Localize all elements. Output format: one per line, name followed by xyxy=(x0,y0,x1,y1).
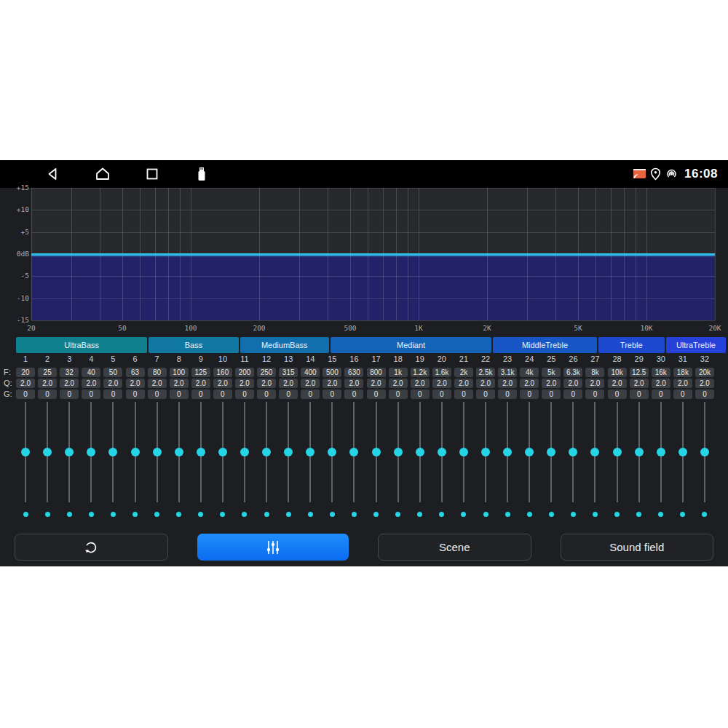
gain-value-box[interactable]: 0 xyxy=(301,389,320,399)
gain-slider[interactable] xyxy=(540,402,562,502)
gain-value-box[interactable]: 0 xyxy=(257,389,276,399)
freq-value-box[interactable]: 630 xyxy=(344,368,363,377)
slider-handle[interactable] xyxy=(525,448,534,456)
freq-value-box[interactable]: 10k xyxy=(608,368,627,377)
band-dot[interactable] xyxy=(286,512,291,517)
band-group-mediumbass[interactable]: MediumBass xyxy=(240,337,329,353)
gain-slider[interactable] xyxy=(212,402,234,502)
freq-value-box[interactable]: 40 xyxy=(82,368,100,377)
slider-handle[interactable] xyxy=(328,448,336,456)
freq-value-box[interactable]: 6.3k xyxy=(563,368,582,377)
band-dot[interactable] xyxy=(417,512,422,517)
q-value-box[interactable]: 2.0 xyxy=(563,379,582,388)
slider-handle[interactable] xyxy=(65,448,74,456)
q-value-box[interactable]: 2.0 xyxy=(301,379,320,388)
band-dot[interactable] xyxy=(111,512,116,517)
band-dot[interactable] xyxy=(45,512,50,517)
band-dot[interactable] xyxy=(614,512,620,517)
gain-slider[interactable] xyxy=(453,402,475,502)
band-dot[interactable] xyxy=(505,512,510,517)
freq-value-box[interactable]: 100 xyxy=(170,368,189,377)
slider-handle[interactable] xyxy=(372,448,381,456)
band-dot[interactable] xyxy=(330,512,335,517)
q-value-box[interactable]: 2.0 xyxy=(454,379,473,388)
band-dot[interactable] xyxy=(154,512,159,517)
band-group-ultratreble[interactable]: UltraTreble xyxy=(666,337,726,353)
q-value-box[interactable]: 2.0 xyxy=(389,379,408,388)
freq-value-box[interactable]: 400 xyxy=(301,368,320,377)
gain-slider[interactable] xyxy=(409,402,431,502)
gain-slider[interactable] xyxy=(299,402,321,502)
freq-value-box[interactable]: 4k xyxy=(520,368,539,377)
slider-handle[interactable] xyxy=(394,448,403,456)
slider-handle[interactable] xyxy=(262,448,271,456)
band-dot[interactable] xyxy=(67,512,72,517)
band-dot[interactable] xyxy=(439,512,444,517)
q-value-box[interactable]: 2.0 xyxy=(652,379,670,388)
band-dot[interactable] xyxy=(132,512,138,517)
q-value-box[interactable]: 2.0 xyxy=(126,379,145,388)
q-value-box[interactable]: 2.0 xyxy=(148,379,167,388)
equalizer-button[interactable] xyxy=(197,534,349,561)
q-value-box[interactable]: 2.0 xyxy=(103,379,122,388)
freq-value-box[interactable]: 125 xyxy=(191,368,210,377)
gain-slider[interactable] xyxy=(80,402,102,502)
gain-value-box[interactable]: 0 xyxy=(191,389,210,399)
gain-value-box[interactable]: 0 xyxy=(389,389,408,399)
slider-handle[interactable] xyxy=(306,448,314,456)
band-dot[interactable] xyxy=(264,512,269,517)
gain-value-box[interactable]: 0 xyxy=(279,389,298,399)
scene-button[interactable]: Scene xyxy=(378,534,531,561)
gain-slider[interactable] xyxy=(365,402,387,502)
gain-slider[interactable] xyxy=(146,402,168,502)
slider-handle[interactable] xyxy=(153,448,162,456)
freq-value-box[interactable]: 32 xyxy=(60,368,79,377)
gain-value-box[interactable]: 0 xyxy=(432,389,451,399)
gain-slider[interactable] xyxy=(387,402,409,502)
slider-handle[interactable] xyxy=(416,448,424,456)
slider-handle[interactable] xyxy=(700,448,709,456)
band-dot[interactable] xyxy=(198,512,203,517)
band-dot[interactable] xyxy=(373,512,379,517)
slider-handle[interactable] xyxy=(590,448,599,456)
slider-handle[interactable] xyxy=(43,448,52,456)
q-value-box[interactable]: 2.0 xyxy=(520,379,539,388)
q-value-box[interactable]: 2.0 xyxy=(411,379,430,388)
q-value-box[interactable]: 2.0 xyxy=(498,379,517,388)
freq-value-box[interactable]: 160 xyxy=(213,368,232,377)
q-value-box[interactable]: 2.0 xyxy=(213,379,232,388)
band-group-mediant[interactable]: Mediant xyxy=(331,337,491,353)
band-dot[interactable] xyxy=(636,512,641,517)
band-group-treble[interactable]: Treble xyxy=(598,337,665,353)
gain-value-box[interactable]: 0 xyxy=(103,389,122,399)
freq-value-box[interactable]: 80 xyxy=(148,368,167,377)
freq-value-box[interactable]: 63 xyxy=(126,368,145,377)
gain-slider[interactable] xyxy=(58,402,80,502)
gain-value-box[interactable]: 0 xyxy=(608,389,627,399)
gain-value-box[interactable]: 0 xyxy=(323,389,341,399)
gain-value-box[interactable]: 0 xyxy=(695,389,714,399)
freq-value-box[interactable]: 20 xyxy=(16,368,35,377)
slider-handle[interactable] xyxy=(678,448,687,456)
gain-slider[interactable] xyxy=(431,402,453,502)
gain-slider[interactable] xyxy=(606,402,628,502)
slider-handle[interactable] xyxy=(108,448,117,456)
gain-slider[interactable] xyxy=(168,402,190,502)
slider-handle[interactable] xyxy=(240,448,249,456)
gain-value-box[interactable]: 0 xyxy=(498,389,517,399)
gain-slider[interactable] xyxy=(190,402,212,502)
gain-slider[interactable] xyxy=(321,402,343,502)
q-value-box[interactable]: 2.0 xyxy=(82,379,100,388)
gain-slider[interactable] xyxy=(694,402,716,502)
gain-slider[interactable] xyxy=(256,402,277,502)
gain-value-box[interactable]: 0 xyxy=(344,389,363,399)
band-dot[interactable] xyxy=(680,512,685,517)
band-dot[interactable] xyxy=(702,512,707,517)
slider-handle[interactable] xyxy=(459,448,468,456)
band-group-ultrabass[interactable]: UltraBass xyxy=(16,337,147,353)
freq-value-box[interactable]: 16k xyxy=(652,368,670,377)
gain-slider[interactable] xyxy=(650,402,672,502)
gain-slider[interactable] xyxy=(584,402,606,502)
slider-handle[interactable] xyxy=(131,448,140,456)
slider-handle[interactable] xyxy=(438,448,446,456)
